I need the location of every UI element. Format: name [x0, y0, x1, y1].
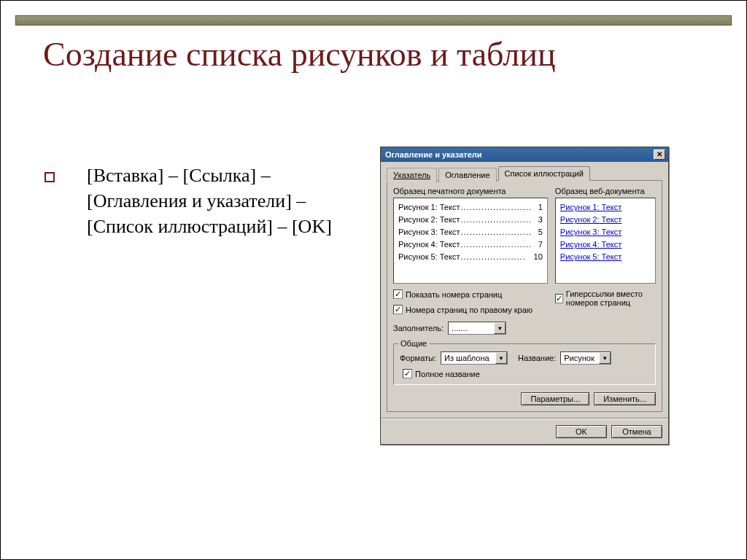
tab-label: Оглавление [445, 171, 489, 179]
list-item: Рисунок 3: Текст........................… [398, 226, 543, 238]
combo-value: Из шаблона [444, 354, 489, 362]
ok-button[interactable]: OK [556, 425, 607, 438]
list-item[interactable]: Рисунок 1: Текст [560, 201, 651, 214]
item-page: 1 [533, 201, 543, 214]
print-preview: Рисунок 1: Текст........................… [393, 198, 548, 284]
combo-value: Рисунок [564, 354, 595, 362]
checkbox-full-caption[interactable]: Полное название [403, 369, 480, 378]
list-item: Рисунок 4: Текст........................… [398, 238, 543, 251]
group-common: Общие Форматы: Из шаблона ▼ Название: Ри… [393, 343, 656, 385]
combo-value: ....... [452, 324, 467, 332]
slide: Создание списка рисунков и таблиц [Встав… [0, 0, 747, 560]
checkbox-label: Гиперссылки вместо номеров страниц [566, 289, 656, 307]
item-text: Рисунок 5: Текст [398, 251, 460, 263]
item-page: 7 [533, 238, 543, 251]
checkbox-label: Полное название [415, 370, 480, 378]
item-text: Рисунок 1: Текст [398, 201, 460, 214]
checkbox-icon [393, 305, 403, 314]
modify-button[interactable]: Изменить... [594, 392, 656, 405]
item-text: Рисунок 4: Текст [398, 238, 460, 251]
web-preview: Рисунок 1: Текст Рисунок 2: Текст Рисуно… [555, 198, 656, 284]
dialog-toc: Оглавление и указатели ✕ Указатель Оглав… [380, 147, 669, 445]
item-page: 3 [533, 214, 543, 226]
checkbox-icon [393, 289, 403, 299]
group-title: Общие [398, 339, 429, 348]
checkbox-label: Показать номера страниц [406, 290, 502, 299]
cancel-button[interactable]: Отмена [611, 425, 662, 438]
leader-dots: ........................ [460, 238, 532, 251]
checkbox-hyperlinks[interactable]: Гиперссылки вместо номеров страниц [555, 289, 656, 307]
formats-combo[interactable]: Из шаблона ▼ [441, 351, 508, 365]
web-preview-label: Образец веб-документа [555, 187, 656, 195]
leader-dots: ........................ [460, 214, 532, 226]
list-item[interactable]: Рисунок 3: Текст [560, 226, 651, 238]
tab-strip: Указатель Оглавление Список иллюстраций [387, 166, 662, 181]
options-button[interactable]: Параметры... [521, 392, 589, 405]
leader-dots: ........................ [460, 226, 532, 238]
dialog-body: Указатель Оглавление Список иллюстраций … [381, 162, 668, 444]
decorative-bar [15, 15, 732, 26]
tab-pane: Образец печатного документа Рисунок 1: Т… [387, 180, 662, 412]
tab-toc[interactable]: Оглавление [438, 168, 496, 182]
checkbox-icon [403, 369, 412, 378]
list-item: Рисунок 1: Текст........................… [398, 201, 543, 214]
separator [381, 418, 668, 419]
bullet-icon [44, 172, 55, 182]
caption-combo[interactable]: Рисунок ▼ [560, 351, 611, 365]
checkbox-label: Номера страниц по правому краю [406, 306, 533, 314]
list-item: Рисунок 2: Текст........................… [398, 214, 543, 226]
slide-title: Создание списка рисунков и таблиц [43, 36, 717, 74]
list-item: Рисунок 5: Текст......................10 [398, 251, 543, 263]
checkbox-right-align[interactable]: Номера страниц по правому краю [393, 305, 548, 314]
checkbox-show-pages[interactable]: Показать номера страниц [393, 289, 548, 299]
print-preview-label: Образец печатного документа [393, 187, 548, 195]
leader-field: Заполнитель: ....... ▼ [393, 322, 548, 335]
dialog-title: Оглавление и указатели [385, 150, 482, 159]
tab-figures[interactable]: Список иллюстраций [498, 166, 590, 181]
chevron-down-icon: ▼ [495, 352, 507, 364]
leader-dots: ...................... [460, 251, 532, 263]
tab-index[interactable]: Указатель [387, 168, 437, 182]
item-page: 5 [533, 226, 543, 238]
close-icon[interactable]: ✕ [654, 149, 665, 160]
dialog-titlebar[interactable]: Оглавление и указатели ✕ [381, 147, 668, 162]
tab-label: Список иллюстраций [505, 169, 584, 178]
checkbox-icon [555, 294, 563, 303]
leader-label: Заполнитель: [393, 324, 444, 332]
leader-combo[interactable]: ....... ▼ [448, 322, 506, 335]
caption-label: Название: [518, 354, 556, 362]
item-text: Рисунок 2: Текст [398, 214, 460, 226]
item-text: Рисунок 3: Текст [398, 226, 460, 238]
chevron-down-icon: ▼ [599, 352, 611, 364]
instruction-text: [Вставка] – [Ссылка] – [Оглавления и ука… [87, 163, 364, 239]
formats-label: Форматы: [400, 354, 436, 362]
leader-dots: ........................ [460, 201, 532, 214]
chevron-down-icon: ▼ [494, 322, 506, 334]
list-item[interactable]: Рисунок 2: Текст [560, 214, 651, 226]
list-item[interactable]: Рисунок 5: Текст [560, 251, 651, 263]
item-page: 10 [533, 251, 543, 263]
list-item[interactable]: Рисунок 4: Текст [560, 238, 651, 251]
tab-label: Указатель [393, 171, 430, 179]
